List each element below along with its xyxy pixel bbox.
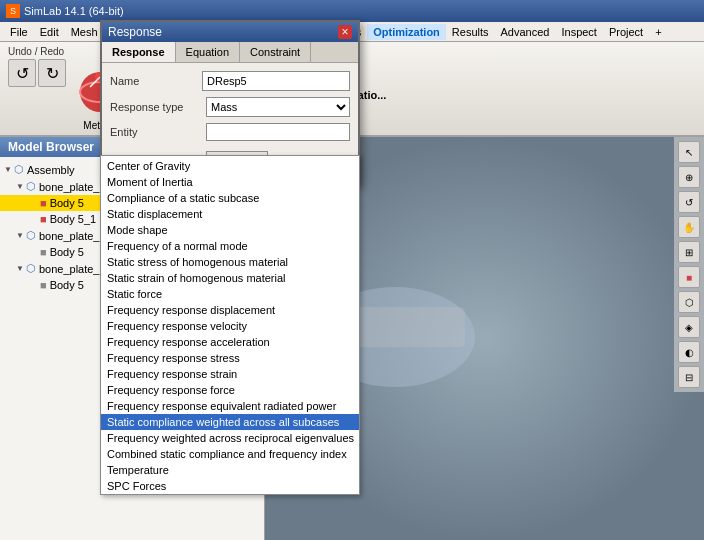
- canvas-tool-zoom[interactable]: ⊕: [678, 166, 700, 188]
- dropdown-item-5[interactable]: Center of Gravity: [101, 158, 359, 174]
- name-label: Name: [110, 75, 196, 87]
- menu-plus[interactable]: +: [649, 24, 667, 40]
- response-type-dropdown[interactable]: MassFraction of massVolumeFraction of de…: [100, 155, 360, 495]
- canvas-tool-fit[interactable]: ⊞: [678, 241, 700, 263]
- canvas-tool-light[interactable]: ◐: [678, 341, 700, 363]
- menu-project[interactable]: Project: [603, 24, 649, 40]
- tab-response[interactable]: Response: [102, 42, 176, 62]
- menu-results[interactable]: Results: [446, 24, 495, 40]
- menu-advanced[interactable]: Advanced: [495, 24, 556, 40]
- dropdown-item-21[interactable]: Static compliance weighted across all su…: [101, 414, 359, 430]
- canvas-tool-wire[interactable]: ⬡: [678, 291, 700, 313]
- app-icon: S: [6, 4, 20, 18]
- dropdown-item-12[interactable]: Static strain of homogenous material: [101, 270, 359, 286]
- dropdown-item-18[interactable]: Frequency response strain: [101, 366, 359, 382]
- canvas-tool-shade[interactable]: ◈: [678, 316, 700, 338]
- dropdown-item-7[interactable]: Compliance of a static subcase: [101, 190, 359, 206]
- dropdown-item-25[interactable]: SPC Forces: [101, 478, 359, 494]
- dropdown-item-6[interactable]: Moment of Inertia: [101, 174, 359, 190]
- undo-redo-icons: ↺ ↻: [8, 59, 66, 87]
- dropdown-item-14[interactable]: Frequency response displacement: [101, 302, 359, 318]
- menu-optimization[interactable]: Optimization: [367, 24, 446, 40]
- dropdown-item-22[interactable]: Frequency weighted across reciprocal eig…: [101, 430, 359, 446]
- dialog-titlebar: Response ×: [102, 22, 358, 42]
- name-row: Name: [110, 71, 350, 91]
- redo-button[interactable]: ↻: [38, 59, 66, 87]
- tab-constraint[interactable]: Constraint: [240, 42, 311, 62]
- response-type-select-container: Mass: [206, 97, 350, 117]
- canvas-tool-section[interactable]: ⊟: [678, 366, 700, 388]
- response-type-row: Response type Mass: [110, 97, 350, 117]
- menu-mesh[interactable]: Mesh: [65, 24, 104, 40]
- dialog-tabs: Response Equation Constraint: [102, 42, 358, 63]
- entity-input[interactable]: [206, 123, 350, 141]
- undo-button[interactable]: ↺: [8, 59, 36, 87]
- dialog-title: Response: [108, 25, 162, 39]
- canvas-tool-rotate[interactable]: ↺: [678, 191, 700, 213]
- menu-inspect[interactable]: Inspect: [555, 24, 602, 40]
- entity-row: Entity: [110, 123, 350, 141]
- dropdown-item-11[interactable]: Static stress of homogenous material: [101, 254, 359, 270]
- entity-label: Entity: [110, 126, 200, 138]
- sidebar-title: Model Browser: [8, 140, 94, 154]
- dropdown-item-23[interactable]: Combined static compliance and frequency…: [101, 446, 359, 462]
- undo-redo-label: Undo / Redo: [8, 46, 66, 57]
- dropdown-item-15[interactable]: Frequency response velocity: [101, 318, 359, 334]
- title-text: SimLab 14.1 (64-bit): [24, 5, 124, 17]
- response-type-select[interactable]: Mass: [206, 97, 350, 117]
- canvas-tool-pointer[interactable]: ↖: [678, 141, 700, 163]
- name-input[interactable]: [202, 71, 350, 91]
- dropdown-item-16[interactable]: Frequency response acceleration: [101, 334, 359, 350]
- canvas-toolbar: ↖ ⊕ ↺ ✋ ⊞ ■ ⬡ ◈ ◐ ⊟: [674, 137, 704, 392]
- undo-redo-section: Undo / Redo ↺ ↻: [8, 46, 66, 87]
- response-type-label: Response type: [110, 101, 200, 113]
- dropdown-item-13[interactable]: Static force: [101, 286, 359, 302]
- canvas-tool-pan[interactable]: ✋: [678, 216, 700, 238]
- canvas-tool-cube[interactable]: ■: [678, 266, 700, 288]
- dropdown-item-8[interactable]: Static displacement: [101, 206, 359, 222]
- dropdown-item-9[interactable]: Mode shape: [101, 222, 359, 238]
- dropdown-item-10[interactable]: Frequency of a normal mode: [101, 238, 359, 254]
- dropdown-item-24[interactable]: Temperature: [101, 462, 359, 478]
- tab-equation[interactable]: Equation: [176, 42, 240, 62]
- title-bar: S SimLab 14.1 (64-bit): [0, 0, 704, 22]
- dropdown-item-19[interactable]: Frequency response force: [101, 382, 359, 398]
- dropdown-item-17[interactable]: Frequency response stress: [101, 350, 359, 366]
- dialog-close-button[interactable]: ×: [338, 25, 352, 39]
- menu-file[interactable]: File: [4, 24, 34, 40]
- dropdown-item-20[interactable]: Frequency response equivalent radiated p…: [101, 398, 359, 414]
- menu-edit[interactable]: Edit: [34, 24, 65, 40]
